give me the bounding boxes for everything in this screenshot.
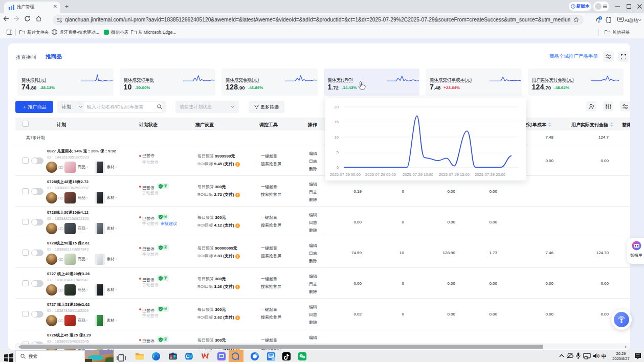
svg-text:20: 20 xyxy=(335,105,339,109)
svg-text:5: 5 xyxy=(337,150,339,154)
svg-text:15: 15 xyxy=(335,120,339,124)
svg-text:2025-07-29 05:00: 2025-07-29 05:00 xyxy=(365,172,396,177)
svg-text:10: 10 xyxy=(335,135,339,140)
svg-text:1: 1 xyxy=(599,16,602,20)
svg-text:2025-07-29 00:00: 2025-07-29 00:00 xyxy=(330,172,361,177)
svg-text:2025-07-29 15:00: 2025-07-29 15:00 xyxy=(439,172,470,177)
svg-text:2025-07-29 20:00: 2025-07-29 20:00 xyxy=(475,172,505,177)
svg-text:2025-07-29 10:00: 2025-07-29 10:00 xyxy=(403,172,433,177)
svg-text:0: 0 xyxy=(337,165,339,170)
